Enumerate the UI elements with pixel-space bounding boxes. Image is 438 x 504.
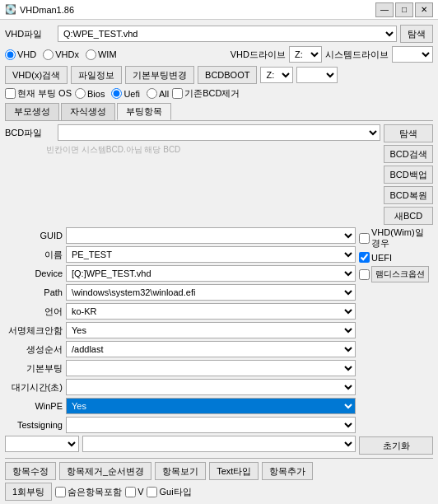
vhd-browse-button[interactable]: 탐색 (400, 25, 433, 43)
drive-letter-select[interactable]: Z: (260, 67, 293, 83)
app-icon: 💽 (5, 4, 16, 16)
bcd-restore-button[interactable]: BCD복원 (384, 186, 433, 204)
bios-radio[interactable] (75, 88, 86, 99)
all-radio[interactable] (147, 88, 157, 99)
remove-bcd-checkbox[interactable] (172, 88, 183, 99)
testsigning-select[interactable] (66, 417, 356, 433)
vhd-wim-checkbox[interactable] (359, 233, 370, 244)
bcdboot-button[interactable]: BCDBOOT (198, 66, 257, 84)
ramdisk-checkbox[interactable] (359, 269, 370, 280)
default-boot-select[interactable] (66, 360, 356, 376)
action-row1: 항목수정 항목제거_순서변경 항목보기 Text타입 항목추가 (5, 462, 433, 480)
new-bcd-button[interactable]: 새BCD (384, 207, 433, 225)
default-boot-label: 기본부팅 (5, 362, 63, 375)
uefi-check-label[interactable]: UEFI (359, 252, 433, 263)
winpe-row: WinPE Yes (5, 398, 356, 414)
add-item-button[interactable]: 항목추가 (262, 462, 313, 480)
toolbar-row2: 현재 부팅 OS Bios Uefi All 기존BCD제거 (5, 87, 433, 100)
default-boot-row: 기본부팅 (5, 360, 356, 376)
window-controls: — □ ✕ (375, 2, 433, 17)
vhd-radio[interactable] (5, 49, 16, 60)
current-os-check-label[interactable]: 현재 부팅 OS (5, 87, 72, 100)
wim-radio-label[interactable]: WIM (86, 49, 117, 60)
main-panel: VHD파일 Q:WPE_TEST.vhd 탐색 VHD VHDx WIM VHD… (0, 20, 438, 504)
language-label: 언어 (5, 306, 63, 318)
file-info-button[interactable]: 파일정보 (71, 66, 122, 84)
one-time-boot-button[interactable]: 1회부팅 (5, 483, 52, 501)
winpe-label: WinPE (5, 401, 63, 411)
timeout-select[interactable] (66, 379, 356, 395)
bcd-left: BCD파일 빈칸이면 시스템BCD.아님 해당 BCD (5, 124, 380, 158)
current-os-checkbox[interactable] (5, 88, 16, 99)
remove-bcd-check-label[interactable]: 기존BCD제거 (172, 87, 240, 100)
vhd-file-select[interactable]: Q:WPE_TEST.vhd (58, 26, 397, 42)
bcd-file-select[interactable] (58, 124, 380, 141)
vhd-drive-label: VHD드라이브 (231, 49, 286, 61)
gui-type-checkbox[interactable] (147, 487, 157, 497)
uefi-radio[interactable] (111, 88, 122, 99)
device-label: Device (5, 268, 63, 278)
all-radio-label[interactable]: All (147, 88, 169, 99)
tab-child-create[interactable]: 자식생성 (61, 103, 115, 120)
hidden-check-label[interactable]: 숨은항목포함 (55, 486, 122, 498)
wim-radio[interactable] (86, 49, 96, 60)
path-row: Path \windows\system32\winload.efi (5, 284, 356, 301)
guid-select[interactable] (66, 227, 356, 244)
sign-check-select[interactable]: Yes (66, 322, 356, 338)
vhd-type-group: VHD VHDx WIM (5, 49, 117, 60)
bcd-file-label: BCD파일 (5, 127, 54, 139)
extra-combo-left[interactable] (5, 436, 79, 452)
name-select[interactable]: PE_TEST (66, 246, 356, 263)
vhdx-radio[interactable] (43, 49, 54, 60)
bcd-backup-button[interactable]: BCD백업 (384, 166, 433, 184)
timeout-label: 대기시간(초) (5, 381, 63, 394)
guid-row: GUID (5, 227, 356, 244)
language-select[interactable]: ko-KR (66, 303, 356, 320)
title-bar: 💽 VHDman1.86 — □ ✕ (0, 0, 438, 20)
hidden-checkbox[interactable] (55, 487, 66, 497)
v-checkbox[interactable] (125, 487, 136, 497)
ramdisk-check-label[interactable]: 램디스크옵션 (359, 266, 433, 282)
vhdx-radio-label[interactable]: VHDx (43, 49, 79, 60)
sys-drive-label: 시스템드라이브 (325, 49, 389, 61)
vhd-wim-check-label[interactable]: VHD(Wim)일 경우 (359, 227, 433, 249)
winpe-select[interactable]: Yes (66, 398, 356, 414)
tab-parent-create[interactable]: 부모생성 (5, 103, 59, 120)
bios-radio-label[interactable]: Bios (75, 88, 105, 99)
view-item-button[interactable]: 항목보기 (155, 462, 206, 480)
sign-check-label: 서명체크안함 (5, 324, 63, 337)
path-select[interactable]: \windows\system32\winload.efi (66, 284, 356, 301)
sys-drive-select[interactable] (392, 46, 433, 63)
uefi-checkbox[interactable] (359, 252, 370, 263)
action-row2: 1회부팅 숨은항목포함 V Gui타입 (5, 483, 433, 501)
v-check-label[interactable]: V (125, 487, 143, 497)
app-title: VHDman1.86 (20, 5, 375, 15)
ramdisk-button[interactable]: 램디스크옵션 (371, 266, 429, 282)
name-label: 이름 (5, 249, 63, 261)
boot-order-select[interactable]: /addlast (66, 341, 356, 357)
sys-drive-select2[interactable] (296, 67, 338, 83)
device-select[interactable]: [Q:]WPE_TEST.vhd (66, 265, 356, 282)
timeout-row: 대기시간(초) (5, 379, 356, 395)
extra-combo-right[interactable] (82, 436, 356, 452)
init-button[interactable]: 초기화 (359, 436, 433, 455)
toolbar-row1: VHD(x)검색 파일정보 기본부팅변경 BCDBOOT Z: (5, 66, 433, 84)
close-button[interactable]: ✕ (415, 2, 433, 17)
minimize-button[interactable]: — (375, 2, 394, 17)
remove-order-button[interactable]: 항목제거_순서변경 (59, 462, 151, 480)
uefi-radio-label[interactable]: Uefi (111, 88, 140, 99)
bcd-placeholder-text: 빈칸이면 시스템BCD.아님 해당 BCD (5, 144, 380, 156)
gui-type-check-label[interactable]: Gui타입 (147, 486, 191, 498)
boot-mode-group: Bios Uefi All (75, 88, 169, 99)
partition-change-button[interactable]: 기본부팅변경 (125, 66, 194, 84)
edit-item-button[interactable]: 항목수정 (5, 462, 56, 480)
vhd-search-button[interactable]: VHD(x)검색 (5, 66, 68, 84)
device-row: Device [Q:]WPE_TEST.vhd (5, 265, 356, 282)
bcd-browse-button[interactable]: 탐색 (384, 124, 433, 142)
vhd-drive-select[interactable]: Z: (289, 46, 322, 63)
tab-boot-items[interactable]: 부팅항목 (117, 103, 171, 120)
vhd-radio-label[interactable]: VHD (5, 49, 36, 60)
text-type-button[interactable]: Text타입 (209, 462, 259, 480)
bcd-search-button[interactable]: BCD검색 (384, 145, 433, 163)
maximize-button[interactable]: □ (395, 2, 413, 17)
